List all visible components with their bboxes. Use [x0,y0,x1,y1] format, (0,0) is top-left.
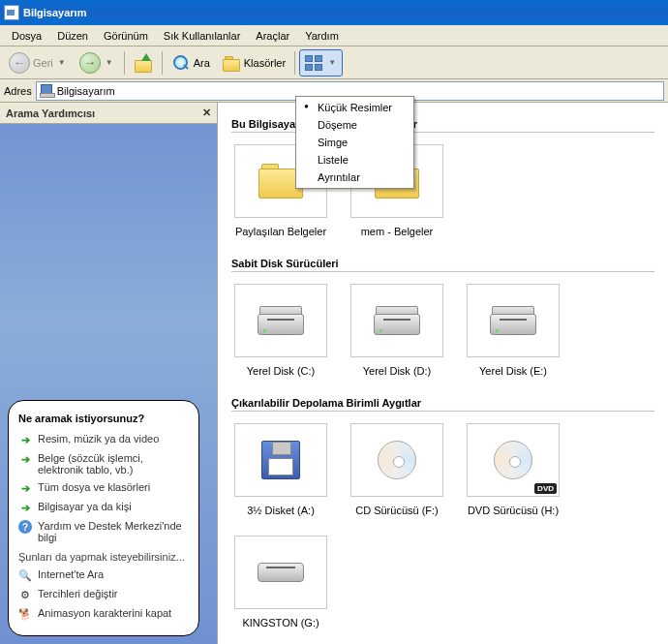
item-label: KINGSTON (G:) [231,617,330,629]
dvd-item[interactable]: DVD DVD Sürücüsü (H:) [464,423,562,517]
computer-icon [4,5,19,20]
views-menu-tiles[interactable]: Döşeme [298,116,411,134]
search-sub-animation[interactable]: 🐕 Animasyon karakterini kapat [18,604,189,624]
menu-view[interactable]: Görünüm [96,27,156,45]
separator [162,51,163,75]
item-label: 3½ Disket (A:) [231,505,330,517]
views-menu-list[interactable]: Listele [298,151,411,169]
search-sub-prefs[interactable]: ⚙ Tercihleri değiştir [18,585,189,604]
folders-icon [222,54,241,72]
arrow-icon: ➔ [18,433,32,446]
search-option-media[interactable]: ➔ Resim, müzik ya da video [18,430,189,449]
menu-favorites[interactable]: Sık Kullanılanlar [156,27,249,45]
floppy-item[interactable]: 3½ Disket (A:) [231,423,330,517]
external-drive-icon [258,563,304,582]
search-option-all[interactable]: ➔ Tüm dosya ve klasörleri [18,478,189,498]
search-balloon: Ne aramak istiyorsunuz? ➔ Resim, müzik y… [8,400,199,636]
search-option-computer[interactable]: ➔ Bilgisayar ya da kişi [18,498,189,517]
window-title: Bilgisayarım [23,7,86,18]
up-button[interactable] [129,49,158,77]
chevron-down-icon: ▼ [56,58,68,67]
views-menu-details[interactable]: Ayrıntılar [298,169,411,186]
address-label: Adres [4,85,32,97]
item-label: Yerel Disk (D:) [348,365,446,378]
folders-label: Klasörler [244,57,286,69]
search-option-doc[interactable]: ➔ Belge (sözcük işlemci, elektronik tabl… [18,449,189,478]
section-title-disks: Sabit Disk Sürücüleri [231,258,654,272]
content-area: Bu Bilgisayarda Depolanan Dosyalar Payla… [218,103,668,644]
titlebar: Bilgisayarım [0,0,668,25]
menubar: Dosya Düzen Görünüm Sık Kullanılanlar Ar… [0,25,668,46]
forward-button[interactable]: → ▼ [75,49,120,77]
search-button[interactable]: Ara [167,49,215,77]
chevron-down-icon: ▼ [104,58,115,67]
floppy-icon [261,441,300,479]
separator [294,51,295,75]
option-label: Animasyon karakterini kapat [38,607,171,619]
gear-icon: ⚙ [18,588,32,601]
item-label: Paylaşılan Belgeler [231,226,330,238]
cd-icon [378,441,416,479]
option-label: Internet'te Ara [38,568,104,580]
views-icon [304,54,323,72]
search-sub-internet[interactable]: 🔍 Internet'te Ara [18,566,189,585]
option-label: Yardım ve Destek Merkezi'nde bilgi [38,520,189,543]
back-label: Geri [33,57,53,69]
views-button[interactable]: ▼ [299,49,343,77]
views-menu-icons[interactable]: Simge [298,134,411,151]
disk-icon [374,306,420,335]
views-dropdown-menu: Küçük Resimler Döşeme Simge Listele Ayrı… [295,96,414,189]
folders-button[interactable]: Klasörler [217,49,290,77]
item-label: Yerel Disk (E:) [464,365,562,378]
item-label: mem - Belgeler [348,226,446,238]
chevron-down-icon: ▼ [326,58,338,67]
computer-icon [40,84,53,98]
toolbar: ← Geri ▼ → ▼ Ara Klasörler ▼ [0,46,668,79]
option-label: Belge (sözcük işlemci, elektronik tablo,… [38,452,189,475]
option-label: Tüm dosya ve klasörleri [38,481,150,493]
close-icon[interactable]: ✕ [202,107,211,119]
side-panel-title: Arama Yardımcısı [6,107,95,119]
option-label: Tercihleri değiştir [38,588,118,599]
external-item[interactable]: KINGSTON (G:) [231,536,330,629]
menu-tools[interactable]: Araçlar [248,27,297,45]
section-title-removable: Çıkarılabilir Depolama Birimli Aygıtlar [231,397,654,412]
dvd-badge: DVD [534,483,557,494]
disk-icon [490,306,536,335]
balloon-subheading: Şunları da yapmak isteyebilirsiniz... [18,551,189,563]
disk-icon [258,306,304,335]
disk-item[interactable]: Yerel Disk (C:) [231,284,330,378]
up-folder-icon [134,53,153,73]
side-panel-header: Arama Yardımcısı ✕ [0,103,217,124]
balloon-heading: Ne aramak istiyorsunuz? [18,413,189,424]
search-label: Ara [194,57,210,69]
items-disks: Yerel Disk (C:) Yerel Disk (D:) Yerel Di… [231,284,654,378]
cd-item[interactable]: CD Sürücüsü (F:) [348,423,446,517]
search-web-icon: 🔍 [18,568,32,582]
item-label: Yerel Disk (C:) [231,365,330,378]
menu-file[interactable]: Dosya [4,27,49,45]
menu-edit[interactable]: Düzen [49,27,96,45]
items-removable: 3½ Disket (A:) CD Sürücüsü (F:) DVD DVD … [231,423,654,629]
separator [124,51,125,75]
help-icon: ? [18,520,32,534]
search-option-help[interactable]: ? Yardım ve Destek Merkezi'nde bilgi [18,517,189,546]
back-arrow-icon: ← [9,52,30,74]
dvd-icon [494,441,532,479]
menu-help[interactable]: Yardım [297,27,347,45]
option-label: Resim, müzik ya da video [38,433,159,445]
forward-arrow-icon: → [79,52,101,74]
character-icon: 🐕 [18,607,32,621]
search-icon [171,53,191,73]
disk-item[interactable]: Yerel Disk (E:) [464,284,562,378]
side-panel: Arama Yardımcısı ✕ Ne aramak istiyorsunu… [0,103,218,644]
arrow-icon: ➔ [18,452,32,466]
views-menu-thumbnails[interactable]: Küçük Resimler [298,99,411,116]
item-label: CD Sürücüsü (F:) [348,505,446,517]
back-button[interactable]: ← Geri ▼ [4,49,73,77]
address-value: Bilgisayarım [57,85,115,97]
arrow-icon: ➔ [18,481,32,495]
option-label: Bilgisayar ya da kişi [38,501,132,512]
disk-item[interactable]: Yerel Disk (D:) [348,284,446,378]
item-label: DVD Sürücüsü (H:) [464,505,562,517]
